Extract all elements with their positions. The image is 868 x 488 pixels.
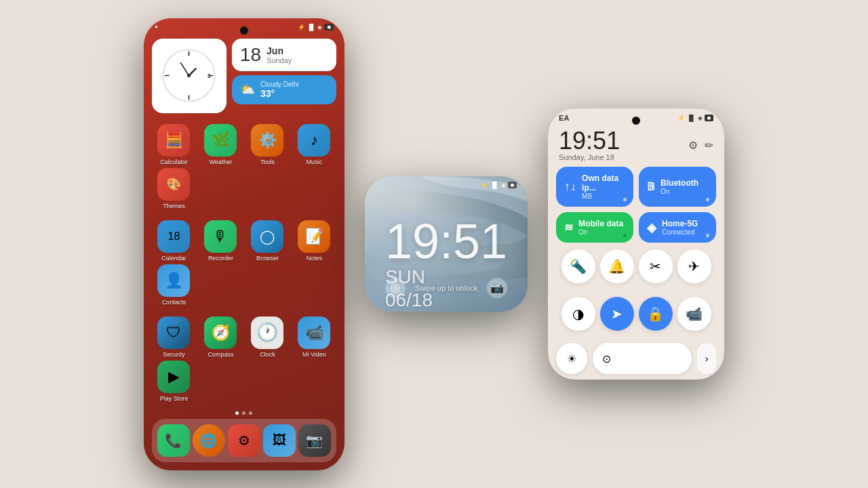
app-notes[interactable]: 📝 Notes — [292, 220, 336, 262]
app-recorder[interactable]: 🎙 Recorder — [199, 220, 243, 262]
cc-bottom-row: ☀ ⊙ › — [548, 338, 724, 380]
weather-icon: 🌿 — [204, 124, 237, 157]
gallery-icon: 🖼 — [263, 424, 296, 457]
bluetooth-name: Bluetooth — [660, 178, 698, 188]
signal-icon: ▐▌ — [307, 24, 316, 30]
dock-browser2[interactable]: 🌐 — [193, 424, 225, 457]
lock-camera-btn[interactable]: 📷 — [487, 278, 507, 298]
battery-icon: ■ — [324, 24, 333, 30]
screenshot-icon: ✂ — [650, 258, 661, 274]
dock-tools-icon: ⚙ — [228, 424, 260, 457]
cc-airplane-btn[interactable]: ✈ — [677, 249, 711, 283]
app-themes[interactable]: 🎨 Themes — [152, 168, 196, 209]
cc-battery-icon: ■ — [705, 115, 713, 121]
cc-tile-bluetooth[interactable]: 𝔹 Bluetooth On — [639, 167, 716, 207]
tile-dot-1 — [623, 198, 627, 201]
flashlight-icon: 🔦 — [570, 258, 587, 274]
status-icons: ⚡ ▐▌ ◈ ■ — [298, 24, 334, 30]
contacts-icon: 👤 — [157, 264, 190, 297]
cc-tile-mobile-data2[interactable]: ≋ Mobile data On — [556, 212, 633, 243]
themes-icon: 🎨 — [157, 168, 190, 201]
video-record-icon: 📹 — [686, 306, 703, 322]
cc-notification-btn[interactable]: 🔔 — [600, 249, 634, 283]
cc-carrier-label: EA — [559, 114, 569, 122]
cc-signal-icon: ▐▌ — [687, 115, 696, 121]
browser-icon: ◯ — [251, 220, 283, 253]
volume-icon: ⊙ — [602, 352, 611, 365]
camera-icon: 📷 — [298, 424, 331, 457]
browser-label: Browser — [256, 255, 279, 262]
weather-widget[interactable]: ⛅ Cloudy Delhi 33° — [232, 75, 336, 104]
compass-label: Compass — [208, 351, 233, 358]
app-clock[interactable]: 🕐 Clock — [245, 317, 290, 358]
bluetooth-sub: On — [660, 188, 698, 195]
playstore-icon: ▶ — [157, 361, 190, 393]
recorder-label: Recorder — [208, 255, 233, 262]
cc-screenlock-btn[interactable]: 🔒 — [639, 297, 673, 331]
weather-label: Weather — [209, 159, 232, 165]
weather-cloud-icon: ⛅ — [240, 82, 255, 97]
app-playstore[interactable]: ▶ Play Store — [152, 361, 196, 402]
lock-left-btn[interactable]: ◎ — [385, 278, 406, 298]
wifi-tile-icon: ◈ — [647, 220, 656, 235]
cc-header: 19:51 Sunday, June 18 ⚙ ✏ — [548, 125, 724, 167]
app-browser[interactable]: ◯ Browser — [245, 220, 290, 262]
app-music[interactable]: ♪ Music — [292, 124, 336, 165]
cc-date-display: Sunday, June 18 — [559, 153, 620, 161]
cc-brightness-btn[interactable]: ☀ — [556, 343, 587, 374]
bluetooth-status-icon: ⚡ — [298, 24, 305, 30]
status-dot: ● — [155, 24, 158, 30]
clock-widget[interactable]: 3 — [152, 39, 226, 113]
security-label: Security — [163, 351, 185, 358]
cc-video-btn[interactable]: 📹 — [677, 297, 711, 331]
cc-wifi-icon: ◈ — [698, 115, 703, 121]
app-compass[interactable]: 🧭 Compass — [199, 317, 243, 358]
widgets-area: 3 18 Jun Sunday — [144, 33, 344, 119]
dock-phone[interactable]: 📞 — [157, 424, 190, 457]
app-tools[interactable]: ⚙️ Tools — [245, 124, 290, 165]
svg-text:3: 3 — [208, 73, 211, 79]
app-security[interactable]: 🛡 Security — [152, 317, 196, 358]
app-contacts[interactable]: 👤 Contacts — [152, 264, 196, 306]
cc-status-icons: ⚡ ▐▌ ◈ ■ — [677, 115, 713, 121]
airplane-icon: ✈ — [688, 258, 700, 274]
mobile-data2-sub: On — [578, 228, 623, 236]
dock-camera[interactable]: 📷 — [298, 424, 331, 457]
phone-control: EA ⚡ ▐▌ ◈ ■ 19:51 Sunday, June 18 ⚙ ✏ — [548, 108, 724, 380]
cc-time-block: 19:51 Sunday, June 18 — [559, 129, 620, 161]
cc-flashlight-btn[interactable]: 🔦 — [561, 249, 595, 283]
cc-location-btn[interactable]: ➤ — [600, 297, 634, 331]
app-calendar[interactable]: 18 Calendar — [152, 220, 196, 262]
mivideo-icon: 📹 — [298, 317, 330, 349]
dock-tools2[interactable]: ⚙ — [228, 424, 260, 457]
cc-settings-icon[interactable]: ⚙ — [688, 139, 698, 152]
wifi-text: Home-5G Connected — [662, 219, 698, 236]
cc-header-icons: ⚙ ✏ — [688, 139, 713, 152]
app-calculator[interactable]: 🧮 Calculator — [152, 124, 196, 165]
clock-label: Clock — [260, 351, 275, 358]
app-mivideo[interactable]: 📹 Mi Video — [292, 317, 336, 358]
mobile-data-icon: ↑↓ — [564, 180, 576, 194]
app-grid-row2: 18 Calendar 🎙 Recorder ◯ Browser 📝 Notes… — [144, 215, 344, 311]
cc-tile-wifi[interactable]: ◈ Home-5G Connected — [639, 212, 716, 243]
cc-volume-bar[interactable]: ⊙ — [593, 343, 692, 374]
date-widget[interactable]: 18 Jun Sunday — [232, 39, 336, 71]
dock-gallery[interactable]: 🖼 — [263, 424, 296, 457]
app-dock: 📞 🌐 ⚙ 🖼 📷 — [152, 419, 336, 462]
cc-tile-mobile-data[interactable]: ↑↓ Own data ip... MB — [556, 167, 633, 207]
bluetooth-text: Bluetooth On — [660, 178, 698, 195]
lock-wifi-icon: ◈ — [501, 182, 506, 188]
wifi-icon: ◈ — [317, 24, 322, 30]
cc-time-display: 19:51 — [559, 129, 620, 153]
theme-toggle-icon: ◑ — [572, 306, 584, 322]
dot-1 — [235, 411, 239, 415]
music-icon: ♪ — [298, 124, 330, 157]
compass-icon: 🧭 — [204, 317, 237, 349]
app-weather[interactable]: 🌿 Weather — [199, 124, 243, 165]
recorder-icon: 🎙 — [204, 220, 237, 253]
cc-theme-btn[interactable]: ◑ — [561, 297, 595, 331]
cc-expand-btn[interactable]: › — [697, 343, 716, 374]
calculator-icon: 🧮 — [157, 124, 190, 157]
cc-edit-icon[interactable]: ✏ — [705, 139, 713, 152]
cc-screenshot-btn[interactable]: ✂ — [639, 249, 673, 283]
